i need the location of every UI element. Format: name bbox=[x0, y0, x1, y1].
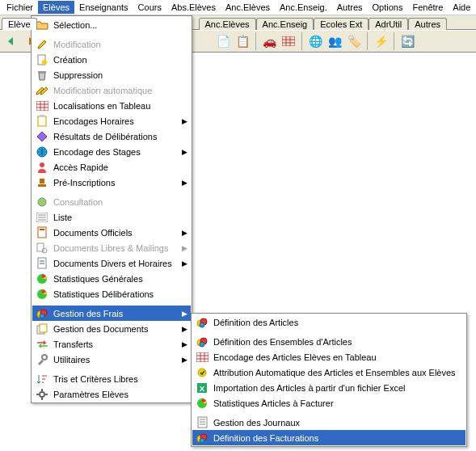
globe-icon[interactable]: 🌐 bbox=[307, 33, 323, 49]
car-icon[interactable]: 🚗 bbox=[261, 33, 277, 49]
excel-icon: X bbox=[195, 381, 209, 394]
menu-eleves-item-21[interactable]: Gestion des Frais▶ bbox=[32, 306, 191, 321]
menu-cours[interactable]: Cours bbox=[133, 1, 166, 14]
list-icon bbox=[35, 211, 49, 224]
submenu-arrow-icon: ▶ bbox=[182, 259, 187, 268]
menu-item-label: Documents Officiels bbox=[53, 228, 176, 238]
tab-anceleves[interactable]: Anc.Elèves bbox=[199, 18, 256, 30]
menu-eleves-item-15[interactable]: Documents Officiels▶ bbox=[32, 225, 191, 240]
back-icon[interactable] bbox=[3, 33, 19, 49]
money-icon bbox=[35, 307, 49, 320]
menu-anceleves[interactable]: Anc.Elèves bbox=[221, 1, 275, 14]
doc-chain-icon bbox=[35, 242, 49, 255]
menu-autres[interactable]: Autres bbox=[332, 1, 368, 14]
tab-eleve[interactable]: Elève bbox=[2, 18, 37, 30]
menu-aide[interactable]: Aide bbox=[448, 1, 475, 14]
menu-separator bbox=[193, 331, 465, 332]
menu-separator bbox=[33, 192, 190, 192]
auto-icon bbox=[195, 366, 209, 379]
svg-point-52 bbox=[200, 342, 204, 347]
menu-fenetre[interactable]: Fenêtre bbox=[407, 1, 448, 14]
menu-item-label: Résultats de Délibérations bbox=[53, 132, 176, 141]
menu-eleves-item-26[interactable]: Tris et Critères Libres bbox=[32, 371, 191, 386]
menu-abseleves[interactable]: Abs.Elèves bbox=[166, 1, 221, 14]
badge-icon[interactable]: 🏷️ bbox=[346, 33, 362, 49]
menu-eleves-item-7[interactable]: Encodages Horaires▶ bbox=[32, 113, 191, 129]
menu-item-label: Définition des Articles bbox=[213, 318, 451, 327]
tab-autres2[interactable]: Autres bbox=[408, 18, 447, 30]
menu-item-label: Encodages Horaires bbox=[53, 116, 176, 126]
tab-ancenseig[interactable]: Anc.Enseig bbox=[256, 18, 314, 30]
menu-eleves-item-4[interactable]: Suppression bbox=[32, 67, 191, 82]
menu-options[interactable]: Options bbox=[368, 1, 408, 14]
svg-rect-25 bbox=[40, 229, 44, 230]
menu-item-label: Accès Rapide bbox=[53, 162, 176, 172]
new-doc-icon bbox=[35, 53, 49, 66]
circle-icon bbox=[35, 196, 49, 209]
menu-eleves-item-19[interactable]: Statistiques Délibérations bbox=[32, 286, 191, 301]
person-red-icon bbox=[35, 161, 49, 174]
money-icon bbox=[195, 432, 209, 445]
menu-sub-item-2[interactable]: Définition des Ensembles d'Articles bbox=[192, 334, 465, 349]
grid-red-icon bbox=[35, 99, 49, 112]
menu-eleves-item-13: Consultation bbox=[32, 194, 191, 209]
tab-ecolesext[interactable]: Ecoles Ext bbox=[314, 18, 369, 30]
svg-rect-8 bbox=[36, 101, 48, 111]
menu-sub-item-0[interactable]: Définition des Articles bbox=[192, 314, 465, 330]
menu-eleves-item-10[interactable]: Accès Rapide bbox=[32, 159, 191, 175]
menu-eleves-item-9[interactable]: Encodage des Stages▶ bbox=[32, 144, 191, 159]
menu-eleves-item-14[interactable]: Liste bbox=[32, 209, 191, 225]
menu-eleves[interactable]: Elèves bbox=[38, 1, 74, 14]
stamp-icon bbox=[35, 176, 49, 189]
doc-icon[interactable]: 📄 bbox=[215, 33, 231, 49]
menu-item-label: Localisations en Tableau bbox=[53, 101, 176, 111]
svg-point-19 bbox=[38, 198, 46, 206]
menu-eleves-item-0[interactable]: Sélection... bbox=[32, 17, 191, 32]
menu-eleves-item-8[interactable]: Résultats de Délibérations bbox=[32, 129, 191, 144]
menu-ancenseig[interactable]: Anc.Enseig. bbox=[275, 1, 332, 14]
menu-fichier[interactable]: Fichier bbox=[2, 1, 38, 14]
menu-enseignants[interactable]: Enseignants bbox=[74, 1, 133, 14]
submenu-arrow-icon: ▶ bbox=[182, 117, 187, 125]
menu-eleves-item-11[interactable]: Pré-Inscriptions▶ bbox=[32, 175, 191, 190]
menu-eleves-item-3[interactable]: Création bbox=[32, 52, 191, 67]
menu-sub-item-9[interactable]: Définition des Facturations bbox=[192, 430, 465, 445]
lightning-icon[interactable]: ⚡ bbox=[373, 33, 389, 49]
money-icon bbox=[195, 316, 209, 329]
pencil-icon bbox=[35, 38, 49, 51]
menu-eleves-item-17[interactable]: Documents Divers et Horaires▶ bbox=[32, 255, 191, 271]
svg-rect-13 bbox=[38, 116, 46, 126]
menu-item-label: Statistiques Articles à Facturer bbox=[213, 398, 451, 408]
menu-sub-item-4[interactable]: Attribution Automatique des Articles et … bbox=[192, 365, 465, 380]
menu-sub-item-6[interactable]: Statistiques Articles à Facturer bbox=[192, 395, 465, 411]
menu-eleves-item-6[interactable]: Localisations en Tableau bbox=[32, 98, 191, 113]
copy-icon[interactable]: 📋 bbox=[234, 33, 251, 49]
tab-adrutil[interactable]: AdrUtil bbox=[369, 18, 408, 30]
menu-eleves-item-23[interactable]: Transferts▶ bbox=[32, 336, 191, 352]
money-icon bbox=[195, 335, 209, 348]
svg-rect-26 bbox=[37, 243, 44, 251]
grid-red-icon bbox=[195, 351, 209, 364]
pie-icon bbox=[195, 397, 209, 410]
menu-sub-item-8[interactable]: Gestion des Journaux bbox=[192, 415, 465, 430]
menu-sub-item-3[interactable]: Encodage des Articles Elèves en Tableau bbox=[192, 349, 465, 365]
menu-eleves-item-22[interactable]: Gestion des Documents▶ bbox=[32, 321, 191, 336]
menu-item-label: Encodage des Stages bbox=[53, 147, 176, 157]
menu-eleves-item-18[interactable]: Statistiques Générales bbox=[32, 271, 191, 286]
people-icon[interactable]: 👥 bbox=[326, 33, 343, 49]
dropdown-eleves: Sélection...ModificationCréationSuppress… bbox=[31, 15, 192, 403]
svg-point-35 bbox=[40, 314, 44, 318]
svg-point-16 bbox=[40, 162, 44, 167]
menu-item-label: Définition des Ensembles d'Articles bbox=[213, 337, 451, 347]
svg-point-38 bbox=[42, 355, 47, 360]
refresh-icon[interactable]: 🔄 bbox=[399, 33, 415, 49]
menu-sub-item-5[interactable]: XImportation des Articles à partir d'un … bbox=[192, 380, 465, 395]
submenu-arrow-icon: ▶ bbox=[182, 310, 187, 318]
menu-eleves-item-27[interactable]: Paramètres Elèves bbox=[32, 386, 191, 402]
sort-icon bbox=[35, 373, 49, 386]
grid-icon[interactable] bbox=[280, 33, 297, 49]
svg-rect-14 bbox=[40, 115, 44, 117]
menu-item-label: Paramètres Elèves bbox=[53, 390, 176, 399]
menu-item-label: Pré-Inscriptions bbox=[53, 178, 176, 188]
menu-eleves-item-24[interactable]: Utilitaires▶ bbox=[32, 352, 191, 367]
